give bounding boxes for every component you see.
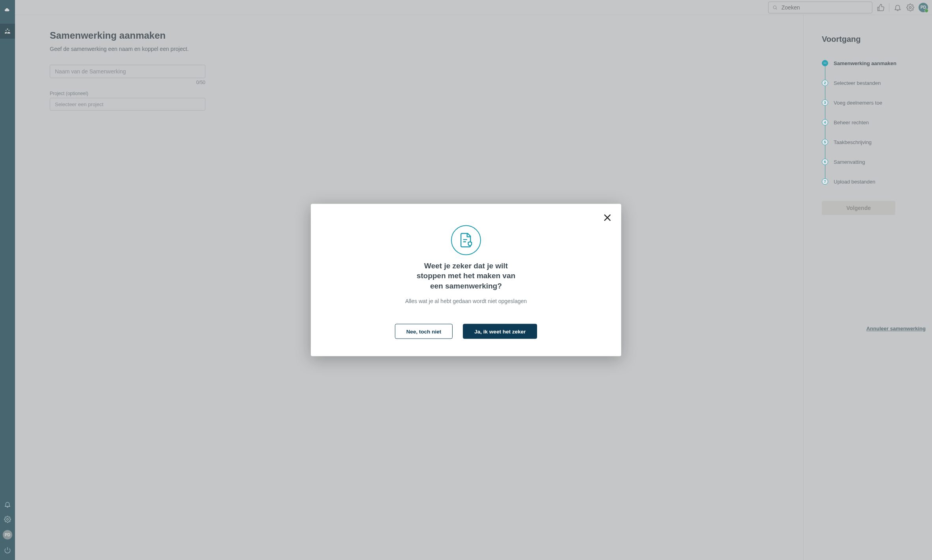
step-badge: 3 (822, 99, 828, 106)
step-badge: 5 (822, 139, 828, 145)
modal-cancel-button[interactable]: Nee, toch niet (395, 324, 453, 339)
step-badge: 6 (822, 159, 828, 165)
modal-title: Weet je zeker dat je wilt stoppen met he… (415, 260, 517, 291)
confirm-cancel-modal: Weet je zeker dat je wilt stoppen met he… (311, 204, 621, 356)
step-badge: 7 (822, 178, 828, 185)
step-badge: 4 (822, 119, 828, 125)
step-badge: 2 (822, 80, 828, 86)
modal-confirm-button[interactable]: Ja, ik weet het zeker (463, 324, 537, 339)
document-shield-icon (451, 225, 481, 255)
step-badge: ··· (822, 60, 828, 66)
modal-close-icon[interactable] (602, 212, 613, 223)
modal-body-text: Alles wat je al hebt gedaan wordt niet o… (405, 298, 527, 304)
